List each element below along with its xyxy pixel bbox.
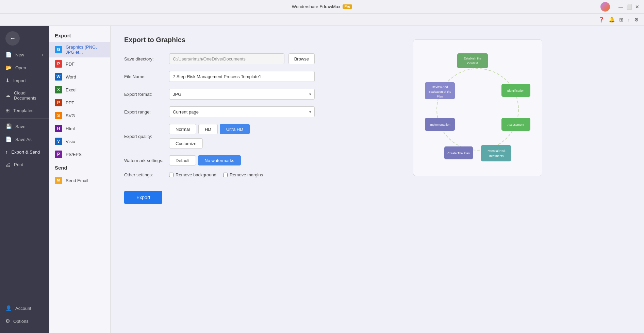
avatar[interactable] <box>600 2 610 12</box>
export-format-pdf[interactable]: P PDF <box>49 57 110 70</box>
sidebar-item-save[interactable]: 💾 Save <box>0 120 49 133</box>
sidebar-item-print[interactable]: 🖨 Print <box>0 158 49 171</box>
svg-text:Identification: Identification <box>507 89 525 92</box>
export-format-html[interactable]: H Html <box>49 122 110 135</box>
quality-hd-button[interactable]: HD <box>198 124 218 134</box>
minimize-button[interactable]: — <box>618 4 624 10</box>
options-icon: ⚙ <box>5 318 10 324</box>
sidebar-item-import-label: Import <box>13 78 26 83</box>
quality-normal-button[interactable]: Normal <box>169 124 196 134</box>
sidebar-item-save-as[interactable]: 📄 Save As <box>0 133 49 146</box>
sidebar-item-import[interactable]: ⬇ Import <box>0 74 49 87</box>
sidebar-item-print-label: Print <box>14 162 23 167</box>
svg-text:Create The Plan: Create The Plan <box>447 152 469 155</box>
svg-icon: S <box>55 112 62 119</box>
export-format-pseps[interactable]: P PS/EPS <box>49 148 110 161</box>
settings-icon[interactable]: ⚙ <box>634 17 639 23</box>
svg-text:Plan: Plan <box>437 95 443 98</box>
email-icon: ✉ <box>55 177 62 184</box>
export-format-visio[interactable]: V Visio <box>49 135 110 148</box>
send-email-label: Send Email <box>66 178 88 183</box>
export-format-excel[interactable]: X Excel <box>49 83 110 96</box>
export-format-visio-label: Visio <box>66 139 75 144</box>
save-directory-label: Save directory: <box>124 56 165 62</box>
export-quality-row: Export quality: Normal HD Ultra HD Custo… <box>124 124 315 148</box>
sidebar-item-export[interactable]: ↑ Export & Send <box>0 146 49 158</box>
sidebar-item-templates[interactable]: ⊞ Templates <box>0 104 49 117</box>
export-sidebar: Export G Graphics (PNG, JPG et... P PDF … <box>49 26 111 333</box>
new-plus-icon: + <box>41 52 44 57</box>
main-layout: ← 📄 New + 📂 Open ⬇ Import ☁ Cloud Docume… <box>0 26 644 333</box>
titlebar: Wondershare EdrawMax Pro — ⬜ ✕ <box>0 0 644 14</box>
sidebar-item-cloud-label: Cloud Documents <box>14 90 44 101</box>
svg-text:Evaluation of the: Evaluation of the <box>428 90 451 93</box>
export-button[interactable]: Export <box>124 191 162 204</box>
export-format-select-wrapper: JPG PNG BMP GIF TIFF <box>169 89 315 100</box>
back-button[interactable]: ← <box>5 31 20 46</box>
grid-icon[interactable]: ⊞ <box>619 17 624 23</box>
watermark-group: Default No watermarks <box>169 155 241 165</box>
export-format-select[interactable]: JPG PNG BMP GIF TIFF <box>169 89 315 100</box>
share-icon[interactable]: ↑ <box>628 17 630 22</box>
remove-margins-checkbox[interactable] <box>223 173 228 177</box>
export-format-svg[interactable]: S SVG <box>49 109 110 122</box>
browse-button[interactable]: Browse <box>288 53 315 64</box>
maximize-button[interactable]: ⬜ <box>626 4 632 10</box>
import-icon: ⬇ <box>5 77 10 84</box>
print-icon: 🖨 <box>5 162 11 168</box>
svg-point-0 <box>437 69 518 150</box>
bell-icon[interactable]: 🔔 <box>609 17 615 23</box>
save-directory-input[interactable] <box>169 53 284 64</box>
sidebar-item-account[interactable]: 👤 Account <box>0 302 49 315</box>
preview-section: Establish the Context Identification Ass… <box>325 36 630 323</box>
remove-background-label[interactable]: Remove background <box>169 172 216 177</box>
pro-badge: Pro <box>343 4 352 9</box>
export-format-word[interactable]: W Word <box>49 70 110 83</box>
toolbar: ❓ 🔔 ⊞ ↑ ⚙ <box>0 14 644 26</box>
remove-background-checkbox[interactable] <box>169 173 174 177</box>
save-as-icon: 📄 <box>5 136 12 142</box>
sidebar-item-open[interactable]: 📂 Open <box>0 61 49 74</box>
main-content: Export to Graphics Save directory: Brows… <box>111 26 644 333</box>
ppt-icon: P <box>55 99 62 106</box>
remove-margins-label[interactable]: Remove margins <box>223 172 263 177</box>
export-range-label: Export range: <box>124 109 165 115</box>
diagram-svg: Establish the Context Identification Ass… <box>420 47 535 169</box>
file-name-label: File Name: <box>124 74 165 79</box>
other-settings-row: Other settings: Remove background Remove… <box>124 172 315 177</box>
svg-text:Potential Risk: Potential Risk <box>486 149 506 153</box>
close-button[interactable]: ✕ <box>634 4 640 10</box>
save-directory-row: Save directory: Browse <box>124 53 315 64</box>
export-range-select[interactable]: Current page All pages Selected pages <box>169 106 315 117</box>
watermark-row: Watermark settings: Default No watermark… <box>124 155 315 165</box>
customize-button[interactable]: Customize <box>169 138 203 148</box>
file-name-row: File Name: <box>124 71 315 82</box>
help-icon[interactable]: ❓ <box>598 17 605 23</box>
account-icon: 👤 <box>5 305 12 311</box>
watermark-default-button[interactable]: Default <box>169 155 196 165</box>
sidebar-item-new[interactable]: 📄 New + <box>0 48 49 61</box>
sidebar-item-options-label: Options <box>13 319 29 324</box>
sidebar-item-cloud[interactable]: ☁ Cloud Documents <box>0 87 49 104</box>
svg-text:Review And: Review And <box>432 85 448 89</box>
graphics-icon: G <box>55 46 62 53</box>
quality-ultrahd-button[interactable]: Ultra HD <box>220 124 250 134</box>
sidebar-item-save-label: Save <box>15 124 26 129</box>
file-name-input[interactable] <box>169 71 315 82</box>
pseps-icon: P <box>55 151 62 158</box>
export-format-graphics[interactable]: G Graphics (PNG, JPG et... <box>49 42 110 57</box>
excel-icon: X <box>55 86 62 93</box>
quality-group: Normal HD Ultra HD <box>169 124 250 134</box>
sidebar-item-options[interactable]: ⚙ Options <box>0 315 49 328</box>
export-format-ppt[interactable]: P PPT <box>49 96 110 109</box>
word-icon: W <box>55 73 62 81</box>
export-format-ppt-label: PPT <box>66 100 74 105</box>
svg-rect-8 <box>481 145 511 161</box>
app-name: Wondershare EdrawMax <box>292 4 341 9</box>
export-format-html-label: Html <box>66 126 75 131</box>
send-email[interactable]: ✉ Send Email <box>49 174 110 187</box>
watermark-none-button[interactable]: No watermarks <box>198 155 241 165</box>
svg-text:Implementation: Implementation <box>429 123 450 126</box>
other-settings-label: Other settings: <box>124 172 165 177</box>
quality-group-container: Normal HD Ultra HD Customize <box>169 124 250 148</box>
